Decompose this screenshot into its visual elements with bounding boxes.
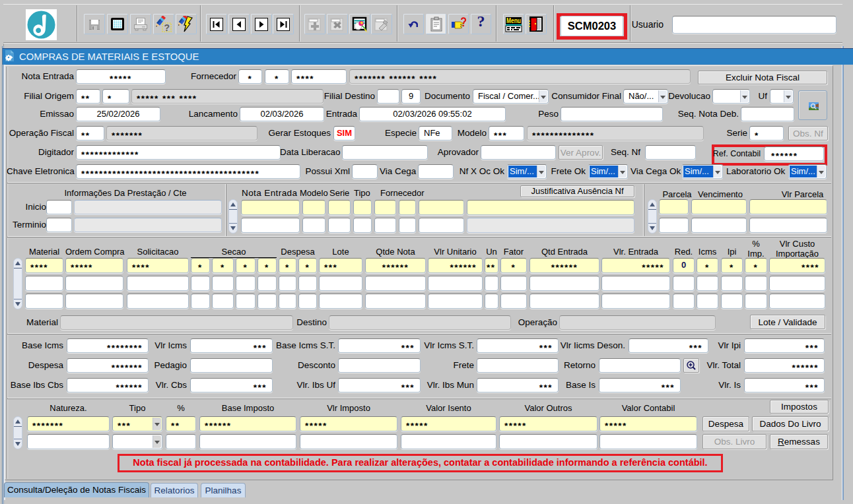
svg-text:?: ? [164,22,170,33]
svg-text:Menu: Menu [506,17,521,24]
